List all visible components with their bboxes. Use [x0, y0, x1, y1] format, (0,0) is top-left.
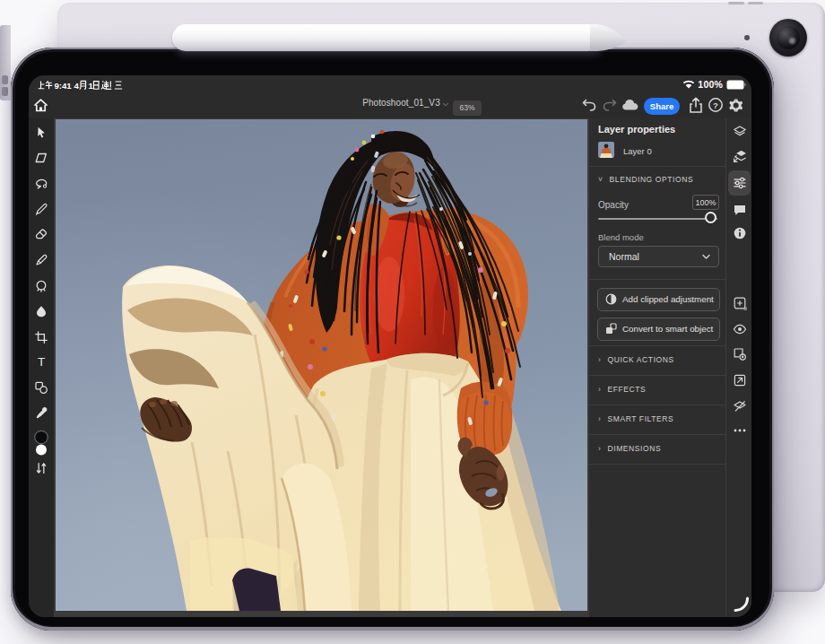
svg-text:1: 1 — [89, 81, 94, 91]
svg-text:?: ? — [713, 100, 718, 110]
svg-text:T: T — [38, 355, 45, 369]
svg-text:4: 4 — [74, 81, 80, 91]
svg-text:9:41: 9:41 — [55, 81, 73, 91]
